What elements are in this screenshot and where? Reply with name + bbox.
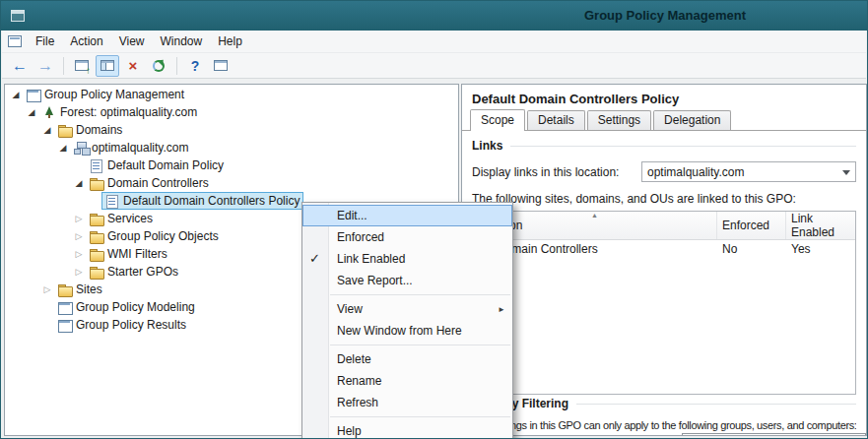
menu-item-view[interactable]: View: [302, 298, 512, 320]
links-section-heading: Links: [472, 139, 856, 153]
tree-item-default-domain-policy[interactable]: Default Domain Policy: [5, 157, 458, 174]
refresh-icon: [153, 60, 165, 72]
table-row-domain-controllers[interactable]: Domain Controllers No Yes: [473, 240, 855, 258]
tree-item-group-policy-management[interactable]: Group Policy Management: [5, 86, 458, 103]
tree-item-label: Forest: optimalquality.com: [60, 105, 197, 119]
expand-arrow-icon[interactable]: [72, 210, 86, 227]
titlebar[interactable]: Group Policy Management: [1, 1, 867, 31]
toolbar: ← → ↑ × ?: [2, 52, 866, 79]
expand-arrow-icon[interactable]: [56, 139, 70, 157]
menu-window[interactable]: Window: [153, 31, 211, 51]
menu-action[interactable]: Action: [62, 31, 110, 51]
export-list-button[interactable]: [209, 55, 233, 77]
menu-item-help[interactable]: Help: [302, 420, 512, 439]
tree-item-label: Group Policy Results: [76, 318, 186, 332]
menu-item-save-report[interactable]: Save Report...: [302, 270, 512, 291]
location-value: optimalquality.com: [647, 165, 744, 179]
help-icon: ?: [191, 59, 200, 73]
context-menu: Edit... Enforced Link Enabled Save Repor…: [301, 202, 513, 439]
window-title: Group Policy Management: [584, 8, 746, 23]
menu-item-delete[interactable]: Delete: [302, 348, 512, 370]
up-one-level-button[interactable]: ↑: [70, 55, 94, 77]
security-filtering-list[interactable]: [682, 433, 866, 435]
column-header-link-enabled[interactable]: Link Enabled: [786, 212, 855, 239]
app-icon[interactable]: [11, 10, 25, 22]
snapin-icon[interactable]: [8, 35, 22, 47]
tree-item-domain-controllers[interactable]: Domain Controllers: [5, 174, 458, 192]
menu-item-new-window-from-here[interactable]: New Window from Here: [302, 320, 512, 342]
gpo-folder-icon: [90, 230, 104, 243]
delete-x-icon: ×: [129, 58, 138, 73]
expand-arrow-icon[interactable]: [72, 174, 86, 192]
menu-item-link-enabled[interactable]: Link Enabled: [302, 248, 512, 270]
expand-arrow-icon[interactable]: [72, 245, 86, 263]
menu-separator: [330, 294, 510, 295]
section-rule: [510, 146, 856, 147]
console-tree-icon: [100, 60, 114, 71]
cell-link-enabled: Yes: [786, 242, 855, 256]
scope-tab-page: Links Display links in this location: op…: [462, 130, 866, 435]
expand-arrow-icon[interactable]: [40, 121, 54, 139]
show-console-tree-button[interactable]: [96, 55, 119, 77]
expand-arrow-icon[interactable]: [72, 227, 86, 245]
domain-icon: [74, 142, 89, 155]
menu-help[interactable]: Help: [210, 31, 250, 51]
tree-item-label: Domains: [76, 123, 122, 137]
display-links-row: Display links in this location: optimalq…: [472, 161, 856, 182]
expand-arrow-icon[interactable]: [25, 103, 38, 121]
gpmc-window: Group Policy Management File Action View…: [0, 0, 868, 439]
menu-separator: [330, 416, 510, 417]
menu-item-enforced[interactable]: Enforced: [302, 226, 512, 248]
tree-item-label: optimalquality.com: [92, 141, 188, 155]
tree-item-label: Services: [107, 212, 153, 225]
tab-settings[interactable]: Settings: [587, 110, 651, 130]
export-list-icon: [214, 60, 228, 71]
selected-tree-node: Default Domain Controllers Policy: [101, 192, 303, 210]
menu-item-rename[interactable]: Rename: [302, 370, 512, 392]
forest-icon: [42, 106, 57, 119]
refresh-button[interactable]: [147, 55, 170, 77]
tree-item-domains[interactable]: Domains: [5, 121, 458, 139]
delete-button[interactable]: ×: [121, 55, 145, 77]
ou-folder-icon: [90, 177, 104, 190]
location-combobox[interactable]: optimalquality.com: [641, 161, 856, 182]
results-icon: [58, 319, 73, 332]
expand-arrow-icon[interactable]: [9, 86, 23, 103]
tree-item-label: Starter GPOs: [107, 265, 178, 279]
column-header-enforced[interactable]: Enforced: [717, 212, 786, 239]
security-filtering-heading: Security Filtering: [472, 397, 856, 410]
menu-item-edit[interactable]: Edit...: [302, 205, 512, 226]
expand-arrow-icon[interactable]: [40, 281, 54, 298]
back-button[interactable]: ←: [8, 55, 32, 77]
submenu-arrow-icon: [498, 305, 505, 314]
tree-item-label: Default Domain Policy: [107, 158, 224, 172]
chevron-down-icon[interactable]: [842, 170, 850, 175]
tree-item-label: Domain Controllers: [107, 176, 209, 190]
menu-view[interactable]: View: [111, 31, 153, 51]
menubar: File Action View Window Help: [2, 31, 866, 52]
gpo-title: Default Domain Controllers Policy: [462, 85, 866, 109]
cell-enforced: No: [717, 242, 786, 256]
forward-button[interactable]: →: [33, 55, 57, 77]
tab-details[interactable]: Details: [527, 110, 585, 130]
results-pane: Default Domain Controllers Policy Scope …: [461, 84, 867, 436]
tree-item-label: Group Policy Modeling: [76, 300, 195, 314]
menu-file[interactable]: File: [28, 31, 62, 51]
help-button[interactable]: ?: [183, 55, 207, 77]
gpo-icon: [105, 195, 120, 208]
tab-scope[interactable]: Scope: [470, 109, 525, 131]
tree-item-label: WMI Filters: [107, 247, 167, 261]
links-listview: ▲ Location Enforced Link Enabled Domain …: [472, 211, 856, 395]
expand-arrow-icon[interactable]: [72, 263, 86, 281]
links-intro-text: The following sites, domains, and OUs ar…: [472, 192, 856, 206]
tree-item-forest[interactable]: Forest: optimalquality.com: [5, 103, 458, 121]
display-links-label: Display links in this location:: [472, 165, 641, 179]
menu-item-refresh[interactable]: Refresh: [302, 392, 512, 413]
menu-separator: [330, 345, 510, 345]
back-arrow-icon: ←: [12, 58, 28, 74]
toolbar-separator: [63, 57, 64, 75]
forward-arrow-icon: →: [37, 58, 53, 74]
tab-delegation[interactable]: Delegation: [653, 110, 731, 130]
tree-item-domain-optimalquality[interactable]: optimalquality.com: [5, 139, 458, 157]
tree-item-label: Group Policy Management: [44, 88, 184, 101]
